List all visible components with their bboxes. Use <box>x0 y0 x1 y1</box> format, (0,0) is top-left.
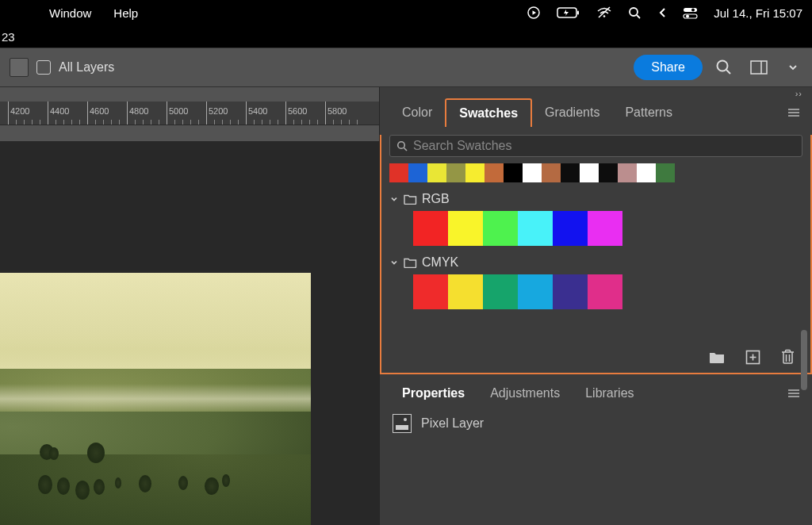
recent-swatch[interactable] <box>561 163 580 182</box>
recent-swatch[interactable] <box>580 163 599 182</box>
canvas-image[interactable] <box>0 273 311 525</box>
swatch[interactable] <box>518 274 553 309</box>
recent-swatch[interactable] <box>504 163 523 182</box>
recent-swatch[interactable] <box>599 163 618 182</box>
tab-properties[interactable]: Properties <box>389 380 477 407</box>
chevron-down-icon <box>389 258 399 267</box>
all-layers-checkbox[interactable] <box>36 60 51 75</box>
recent-swatch[interactable] <box>427 163 446 182</box>
swatch-group: CMYK <box>389 254 802 316</box>
search-swatches-field[interactable] <box>389 135 802 157</box>
view-mode-icon[interactable] <box>745 56 776 79</box>
swatch-groups-list: RGBCMYK <box>381 190 810 316</box>
recent-swatch[interactable] <box>446 163 465 182</box>
chevron-down-icon <box>389 194 399 204</box>
swatches-panel-body: RGBCMYK <box>380 135 812 374</box>
svg-line-21 <box>404 148 408 151</box>
ruler-tick: 4400 <box>48 102 69 125</box>
chevron-down-icon[interactable] <box>783 59 802 75</box>
search-swatches-input[interactable] <box>413 139 795 153</box>
wifi-off-icon[interactable] <box>596 6 612 19</box>
menu-right-group: Jul 14., Fri 15:07 <box>527 6 802 20</box>
recent-swatch[interactable] <box>465 163 485 182</box>
menu-help[interactable]: Help <box>113 6 138 20</box>
tab-libraries[interactable]: Libraries <box>573 380 646 407</box>
share-button[interactable]: Share <box>634 55 703 80</box>
svg-rect-11 <box>684 14 697 18</box>
properties-panel-tabs: Properties Adjustments Libraries <box>380 379 812 408</box>
foreground-swatch-thumb[interactable] <box>10 58 29 77</box>
menu-window[interactable]: Window <box>49 6 91 20</box>
ruler-tick: 5600 <box>285 102 307 125</box>
swatch[interactable] <box>413 274 448 309</box>
swatch[interactable] <box>448 211 483 246</box>
ruler-tick: 5000 <box>167 102 188 125</box>
tab-patterns[interactable]: Patterns <box>612 99 685 126</box>
control-center-icon[interactable] <box>683 7 698 19</box>
recent-swatch[interactable] <box>656 163 675 182</box>
canvas-background[interactable] <box>0 141 379 525</box>
menu-left-group: Window Help <box>10 6 138 20</box>
new-swatch-icon[interactable] <box>745 350 760 365</box>
recent-swatch[interactable] <box>523 163 542 182</box>
tab-swatches[interactable]: Swatches <box>445 98 532 127</box>
swatch[interactable] <box>448 274 483 309</box>
recent-swatch[interactable] <box>485 163 504 182</box>
swatch[interactable] <box>553 274 588 309</box>
tab-color[interactable]: Color <box>389 99 445 126</box>
tab-adjustments[interactable]: Adjustments <box>477 380 573 407</box>
swatch[interactable] <box>588 211 622 246</box>
svg-point-12 <box>686 14 689 17</box>
horizontal-ruler[interactable]: 420044004600480050005200540056005800 <box>0 102 379 125</box>
recent-swatch[interactable] <box>637 163 656 182</box>
svg-point-7 <box>630 8 638 16</box>
recent-swatch[interactable] <box>389 163 408 182</box>
swatch[interactable] <box>553 211 588 246</box>
datetime[interactable]: Jul 14., Fri 15:07 <box>714 6 802 20</box>
pixel-layer-label: Pixel Layer <box>421 416 484 431</box>
svg-point-20 <box>398 141 405 148</box>
ruler-tick: 5400 <box>246 102 267 125</box>
recent-swatch[interactable] <box>542 163 561 182</box>
panel-menu-icon[interactable] <box>787 388 812 399</box>
swatch-group-header[interactable]: CMYK <box>389 254 802 271</box>
chevron-left-icon[interactable] <box>657 6 667 19</box>
ruler-tick: 4800 <box>127 102 148 125</box>
battery-icon[interactable] <box>557 6 580 19</box>
ruler-tick: 5800 <box>325 102 347 125</box>
recent-swatch[interactable] <box>618 163 637 182</box>
document-tab-truncated[interactable]: 23 <box>2 30 15 44</box>
swatch[interactable] <box>518 211 553 246</box>
tab-gradients[interactable]: Gradients <box>532 99 612 126</box>
swatch[interactable] <box>413 211 448 246</box>
document-tab-bar: 23 <box>0 25 812 48</box>
svg-marker-4 <box>564 10 569 16</box>
swatch[interactable] <box>483 274 518 309</box>
swatch-group: RGB <box>389 190 802 252</box>
swatches-scrollbar[interactable] <box>801 330 807 390</box>
swatch-group-name: CMYK <box>422 255 458 270</box>
ruler-tick: 4200 <box>8 102 29 125</box>
swatch-group-colors <box>413 271 802 316</box>
svg-point-5 <box>603 15 606 17</box>
swatch-group-header[interactable]: RGB <box>389 190 802 208</box>
panel-menu-icon[interactable] <box>787 107 812 118</box>
svg-rect-15 <box>751 61 767 74</box>
recent-swatch[interactable] <box>408 163 427 182</box>
recent-swatches-row <box>389 163 802 182</box>
folder-icon <box>404 257 417 268</box>
properties-layer-type: Pixel Layer <box>380 408 812 439</box>
pixel-layer-icon <box>393 414 412 433</box>
screen-record-icon[interactable] <box>527 6 541 20</box>
collapse-panels-icon[interactable]: ›› <box>795 89 802 98</box>
trash-icon[interactable] <box>781 349 795 365</box>
ruler-tick: 4600 <box>87 102 109 125</box>
swatch[interactable] <box>483 211 518 246</box>
all-layers-label: All Layers <box>59 60 114 75</box>
swatch[interactable] <box>588 274 622 309</box>
folder-icon[interactable] <box>709 351 725 364</box>
spotlight-icon[interactable] <box>628 6 642 20</box>
swatches-panel-tabs: Color Swatches Gradients Patterns <box>380 98 812 127</box>
search-icon[interactable] <box>710 56 737 79</box>
svg-rect-9 <box>684 8 697 12</box>
